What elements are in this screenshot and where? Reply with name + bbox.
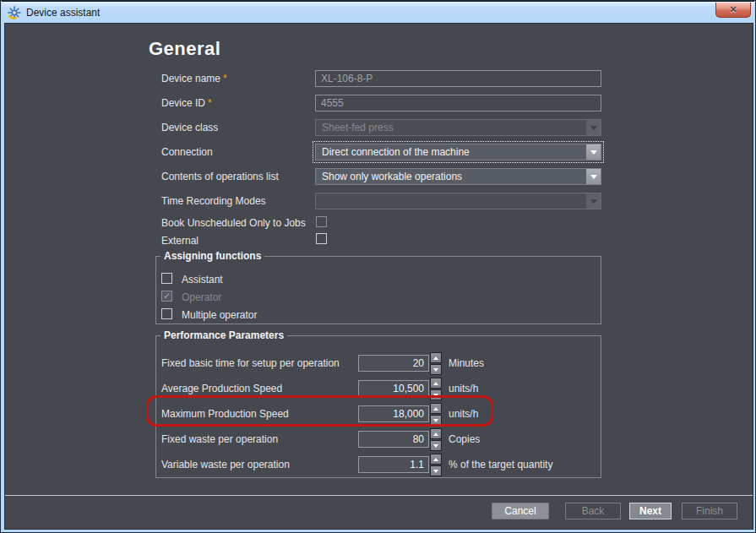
spinner-down-button[interactable] <box>430 389 442 400</box>
setup-time-input[interactable] <box>358 355 429 372</box>
app-icon <box>8 6 21 19</box>
connection-label: Connection <box>161 146 213 158</box>
external-label: External <box>161 235 199 247</box>
maximum-speed-unit: units/h <box>449 408 478 420</box>
connection-value: Direct connection of the machine <box>315 144 601 160</box>
maximum-speed-input[interactable] <box>358 405 429 422</box>
back-button: Back <box>565 503 621 519</box>
multiple-operator-label: Multiple operator <box>182 309 257 321</box>
assigning-functions-title: Assigning functions <box>160 250 264 262</box>
chevron-down-icon <box>590 199 597 204</box>
spinner-down-button[interactable] <box>430 415 442 426</box>
fixed-waste-stepper <box>430 428 442 452</box>
spinner-down-icon <box>433 470 438 473</box>
time-recording-select <box>315 193 601 209</box>
close-icon: ✕ <box>729 4 737 15</box>
spinner-up-button[interactable] <box>430 403 442 414</box>
operations-list-label: Contents of operations list <box>161 171 279 182</box>
window-title: Device assistant <box>26 7 100 19</box>
spinner-down-button[interactable] <box>430 465 442 476</box>
spinner-down-icon <box>433 368 438 372</box>
fixed-waste-label: Fixed waste per operation <box>161 433 278 445</box>
device-class-label: Device class <box>161 122 218 133</box>
book-unscheduled-label: Book Unscheduled Only to Jobs <box>161 217 306 229</box>
spinner-up-button[interactable] <box>430 378 442 389</box>
spinner-up-icon <box>433 356 438 360</box>
variable-waste-input[interactable] <box>358 456 429 473</box>
chevron-down-icon <box>590 150 597 155</box>
spinner-down-icon <box>433 444 438 448</box>
spinner-up-icon <box>433 407 438 411</box>
fixed-waste-unit: Copies <box>449 433 480 445</box>
operator-label: Operator <box>182 291 221 303</box>
spinner-down-icon <box>433 394 438 397</box>
average-speed-label: Average Production Speed <box>161 383 282 394</box>
spinner-up-button[interactable] <box>430 352 442 363</box>
assistant-checkbox[interactable] <box>161 273 172 284</box>
spinner-up-button[interactable] <box>430 428 442 439</box>
device-name-input[interactable] <box>315 70 601 87</box>
operations-list-dropdown-button[interactable] <box>586 169 601 184</box>
spinner-down-button[interactable] <box>430 364 442 375</box>
performance-parameters-title: Performance Parameters <box>160 329 287 341</box>
operations-list-value: Show only workable operations <box>315 168 601 185</box>
average-speed-input[interactable] <box>358 380 429 397</box>
chevron-down-icon <box>590 126 597 130</box>
cancel-button[interactable]: Cancel <box>492 503 549 519</box>
required-asterisk: * <box>205 97 212 109</box>
average-speed-stepper <box>430 378 442 401</box>
device-id-label: Device ID* <box>161 97 212 109</box>
device-class-dropdown-button <box>586 120 601 135</box>
time-recording-dropdown-button <box>586 193 601 209</box>
close-button[interactable]: ✕ <box>715 3 751 18</box>
device-name-label: Device name* <box>161 73 227 84</box>
average-speed-unit: units/h <box>449 383 478 394</box>
operations-list-select[interactable]: Show only workable operations <box>315 168 601 185</box>
next-button[interactable]: Next <box>629 503 672 519</box>
connection-select[interactable]: Direct connection of the machine <box>315 144 601 160</box>
maximum-speed-label: Maximum Production Speed <box>161 408 289 420</box>
footer-divider <box>5 495 753 496</box>
assistant-label: Assistant <box>182 274 223 286</box>
device-assistant-window: Device assistant ✕ General Device name* … <box>0 0 756 533</box>
check-icon: ✓ <box>163 291 171 301</box>
book-unscheduled-checkbox <box>316 216 327 227</box>
variable-waste-stepper <box>430 454 442 477</box>
operator-checkbox: ✓ <box>161 291 172 302</box>
chevron-down-icon <box>590 175 597 179</box>
spinner-up-icon <box>433 382 438 385</box>
setup-time-unit: Minutes <box>449 357 484 369</box>
titlebar: Device assistant ✕ <box>2 1 754 23</box>
setup-time-label: Fixed basic time for setup per operation <box>161 357 340 369</box>
setup-time-stepper <box>430 352 442 376</box>
device-id-input[interactable] <box>315 95 601 111</box>
variable-waste-unit: % of the target quantity <box>449 459 552 470</box>
external-checkbox[interactable] <box>316 233 327 244</box>
spinner-up-icon <box>433 432 438 436</box>
required-asterisk: * <box>220 73 227 84</box>
multiple-operator-checkbox[interactable] <box>161 308 172 319</box>
connection-dropdown-button[interactable] <box>586 144 601 160</box>
time-recording-label: Time Recording Modes <box>161 195 266 207</box>
device-class-value: Sheet-fed press <box>315 119 601 136</box>
finish-button: Finish <box>682 503 737 519</box>
fixed-waste-input[interactable] <box>358 431 429 448</box>
maximum-speed-stepper <box>430 403 442 427</box>
time-recording-value <box>315 193 601 209</box>
variable-waste-label: Variable waste per operation <box>161 459 290 470</box>
spinner-up-icon <box>433 458 438 461</box>
spinner-down-icon <box>433 419 438 422</box>
spinner-down-button[interactable] <box>430 440 442 451</box>
page-title: General <box>149 38 220 60</box>
device-class-select: Sheet-fed press <box>315 119 601 136</box>
spinner-up-button[interactable] <box>430 454 442 465</box>
